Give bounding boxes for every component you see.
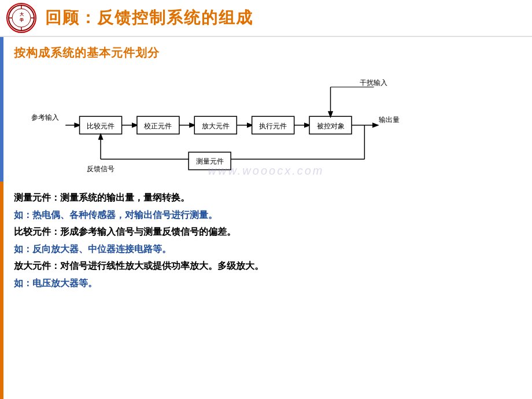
diagram-svg: 参考输入 比较元件 校正元件 放大元件 执行元件	[14, 68, 518, 183]
text-line: 如：热电偶、各种传感器，对输出信号进行测量。	[14, 208, 518, 223]
text-line: 测量元件：测量系统的输出量，量纲转换。	[14, 190, 518, 205]
ref-input-label: 参考输入	[31, 113, 59, 121]
page-title: 回顾：反馈控制系统的组成	[45, 7, 253, 29]
svg-text:测量元件: 测量元件	[196, 157, 224, 165]
svg-text:比较元件: 比较元件	[87, 122, 114, 130]
logo-area: 大 学	[5, 1, 38, 35]
output-label: 输出量	[379, 116, 400, 124]
text-lines-container: 测量元件：测量系统的输出量，量纲转换。如：热电偶、各种传感器，对输出信号进行测量…	[14, 190, 518, 291]
svg-text:执行元件: 执行元件	[259, 122, 287, 130]
university-logo: 大 学	[6, 3, 36, 33]
text-line: 如：反向放大器、中位器连接电路等。	[14, 242, 518, 257]
header: 大 学 回顾：反馈控制系统的组成	[0, 0, 532, 37]
text-line: 放大元件：对信号进行线性放大或提供功率放大。多级放大。	[14, 258, 518, 274]
block-diagram: 参考输入 比较元件 校正元件 放大元件 执行元件	[14, 68, 518, 183]
svg-text:学: 学	[20, 17, 24, 23]
feedback-label: 反馈信号	[87, 165, 114, 173]
text-line: 比较元件：形成参考输入信号与测量反馈信号的偏差。	[14, 224, 518, 239]
section-heading: 按构成系统的基本元件划分	[14, 45, 518, 61]
svg-text:大: 大	[19, 12, 24, 17]
text-line: 如：电压放大器等。	[14, 276, 518, 291]
svg-text:放大元件: 放大元件	[202, 122, 230, 130]
disturbance-label: 干扰输入	[360, 79, 387, 87]
svg-text:被控对象: 被控对象	[317, 122, 345, 130]
main-content: 按构成系统的基本元件划分 参考输入 比较元件 校正元件 放大元件	[3, 37, 532, 399]
svg-text:校正元件: 校正元件	[143, 122, 172, 130]
